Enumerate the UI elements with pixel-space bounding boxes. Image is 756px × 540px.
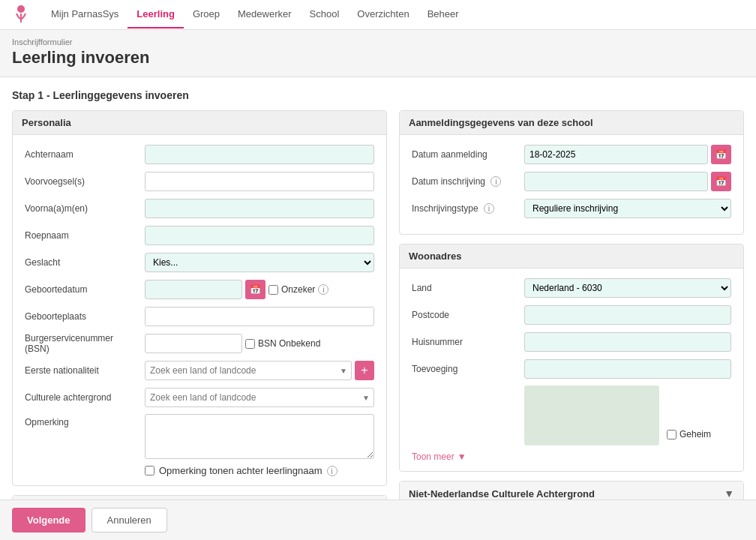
voornamen-row: Voorna(a)m(en) [25, 198, 374, 219]
huisnummer-control [524, 332, 731, 352]
toon-meer-container: Toon meer ▼ [412, 452, 731, 462]
step-title: Stap 1 - Leerlinggegevens invoeren [12, 89, 744, 101]
datum-aanmelding-label: Datum aanmelding [412, 149, 524, 160]
datum-inschrijving-calendar-btn[interactable]: 📅 [711, 172, 731, 191]
opmerking-checkbox-label: Opmerking tonen achter leerlingnaam [159, 465, 322, 476]
geboorteplaats-control [145, 307, 374, 326]
eerste-nationaliteit-input[interactable] [145, 361, 352, 380]
land-label: Land [412, 283, 524, 293]
voorvoegsel-control [145, 172, 374, 191]
opmerking-leerlingnaam-checkbox[interactable] [145, 466, 154, 476]
achternaam-input[interactable] [145, 145, 374, 164]
voorvoegsel-label: Voorvoegsel(s) [25, 176, 145, 187]
onzeker-text: Onzeker [281, 284, 315, 295]
opmerking-label: Opmerking [25, 414, 145, 428]
map-placeholder [524, 386, 659, 446]
inschrijvingstype-select[interactable]: Reguliere inschrijving Anders [524, 199, 731, 218]
woonadres-header: Woonadres [400, 244, 743, 268]
geboorteplaats-label: Geboorteplaats [25, 311, 145, 322]
aanmelding-body: Datum aanmelding 📅 Datum inschrijving i [400, 135, 743, 234]
datum-inschrijving-input[interactable] [524, 172, 708, 191]
geslacht-control: Kies... Man Vrouw Onbekend [145, 253, 374, 272]
roepnaam-input[interactable] [145, 226, 374, 245]
achternaam-row: Achternaam [25, 144, 374, 165]
roepnaam-control [145, 226, 374, 245]
opmerking-textarea[interactable] [145, 414, 374, 459]
personalia-title: Personalia [22, 117, 71, 128]
geslacht-label: Geslacht [25, 257, 145, 268]
culturele-achtergrond-dropdown: ▼ [145, 388, 374, 407]
bottom-bar: Volgende Annuleren [0, 500, 756, 540]
culturele-achtergrond-label: Culturele achtergrond [25, 392, 145, 403]
bsn-onbekend-label: BSN Onbekend [245, 338, 320, 349]
voorvoegsel-row: Voorvoegsel(s) [25, 171, 374, 192]
two-column-layout: Personalia Achternaam Voorvoegsel(s) [12, 110, 744, 540]
toevoeging-control [524, 359, 731, 379]
eerste-nationaliteit-add-btn[interactable]: + [355, 361, 374, 380]
achternaam-control [145, 145, 374, 164]
nav-beheer[interactable]: Beheer [418, 1, 468, 28]
geboortedatum-info-icon: i [318, 284, 328, 295]
bsn-input[interactable] [145, 334, 242, 353]
nav-mijn-parnas[interactable]: Mijn ParnasSys [42, 1, 128, 28]
opmerking-info-icon: i [327, 466, 338, 476]
huisnummer-input[interactable] [524, 332, 731, 352]
toevoeging-input[interactable] [524, 359, 731, 379]
nav-leerling[interactable]: Leerling [128, 1, 184, 28]
woonadres-title: Woonadres [409, 250, 462, 262]
nav-overzichten[interactable]: Overzichten [348, 1, 418, 28]
geheim-checkbox[interactable] [667, 430, 676, 440]
onzeker-checkbox[interactable] [268, 285, 278, 295]
nav-school[interactable]: School [301, 1, 349, 28]
opmerking-control [145, 414, 374, 459]
achternaam-label: Achternaam [25, 149, 145, 160]
datum-aanmelding-row: Datum aanmelding 📅 [412, 144, 731, 165]
geboortedatum-input[interactable] [145, 280, 242, 299]
eerste-nationaliteit-control: ▼ + [145, 361, 374, 380]
onzeker-label: Onzeker [268, 284, 315, 295]
toon-meer-arrow: ▼ [458, 452, 466, 462]
postcode-row: Postcode [412, 304, 731, 326]
nav-groep[interactable]: Groep [184, 1, 229, 28]
content-area: Stap 1 - Leerlinggegevens invoeren Perso… [0, 77, 756, 540]
aanmelding-title: Aanmeldingsgegevens van deze school [409, 117, 593, 128]
geboorteplaats-input[interactable] [145, 307, 374, 326]
datum-inschrijving-control: 📅 [524, 172, 731, 191]
geslacht-select[interactable]: Kies... Man Vrouw Onbekend [145, 253, 374, 272]
datum-aanmelding-input[interactable] [524, 145, 708, 164]
eerste-nationaliteit-label: Eerste nationaliteit [25, 365, 145, 376]
bsn-control: BSN Onbekend [145, 334, 374, 353]
inschrijvingstype-control: Reguliere inschrijving Anders [524, 199, 731, 218]
culturele-achtergrond-input[interactable] [145, 388, 374, 407]
postcode-input[interactable] [524, 305, 731, 325]
inschrijvingstype-row: Inschrijvingstype i Reguliere inschrijvi… [412, 198, 731, 219]
personalia-header: Personalia [13, 111, 386, 135]
voornamen-input[interactable] [145, 199, 374, 218]
bsn-onbekend-checkbox[interactable] [245, 339, 255, 349]
aanmelding-card: Aanmeldingsgegevens van deze school Datu… [399, 110, 744, 235]
huisnummer-label: Huisnummer [412, 337, 524, 347]
land-row: Land Nederland - 6030 Anders [412, 278, 731, 298]
geboorteplaats-row: Geboorteplaats [25, 306, 374, 327]
bsn-row: Burgerservicenummer (BSN) BSN Onbekend [25, 333, 374, 354]
opmerking-row: Opmerking [25, 414, 374, 459]
postcode-control [524, 305, 731, 325]
page-title: Leerling invoeren [12, 48, 744, 68]
woonadres-body: Land Nederland - 6030 Anders Postcode [400, 268, 743, 471]
annuleren-button[interactable]: Annuleren [92, 508, 167, 532]
volgende-button[interactable]: Volgende [12, 508, 86, 532]
nav-links: Mijn ParnasSys Leerling Groep Medewerker… [42, 1, 468, 28]
toon-meer-btn[interactable]: Toon meer ▼ [412, 452, 731, 462]
culturele-achtergrond-control: ▼ [145, 388, 374, 407]
left-column: Personalia Achternaam Voorvoegsel(s) [12, 110, 387, 540]
datum-aanmelding-calendar-btn[interactable]: 📅 [711, 145, 731, 164]
roepnaam-label: Roepnaam [25, 230, 145, 241]
datum-inschrijving-row: Datum inschrijving i 📅 [412, 171, 731, 192]
land-select[interactable]: Nederland - 6030 Anders [524, 278, 731, 298]
inschrijvingstype-label: Inschrijvingstype i [412, 203, 524, 214]
nav-medewerker[interactable]: Medewerker [229, 1, 301, 28]
voorvoegsel-input[interactable] [145, 172, 374, 191]
geboortedatum-calendar-btn[interactable]: 📅 [245, 280, 266, 299]
svg-point-0 [17, 5, 25, 13]
datum-inschrijving-info-icon: i [490, 176, 501, 187]
